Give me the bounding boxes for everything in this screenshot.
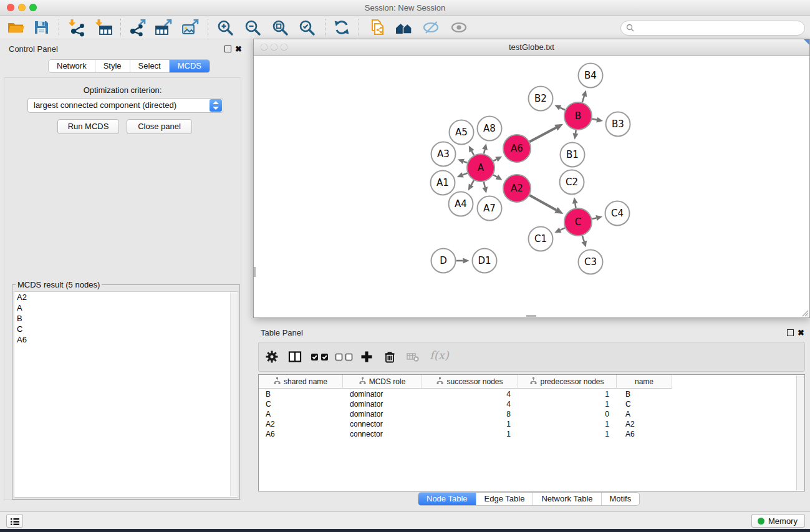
table-cell[interactable]: A: [259, 409, 343, 419]
tab-motifs[interactable]: Motifs: [601, 493, 640, 505]
open-session-icon[interactable]: [6, 18, 25, 37]
table-cell[interactable]: A: [617, 409, 672, 419]
column-header-predecessor-nodes[interactable]: predecessor nodes: [518, 375, 617, 389]
save-session-icon[interactable]: [32, 18, 51, 37]
column-header-shared-name[interactable]: shared name: [259, 375, 343, 389]
table-cell[interactable]: 1: [518, 419, 617, 429]
table-cell[interactable]: connector: [343, 419, 422, 429]
graph-node-C1[interactable]: C1: [529, 227, 553, 251]
mcds-result-item[interactable]: B: [14, 313, 238, 324]
graph-node-C[interactable]: C: [564, 208, 592, 236]
duplicate-network-icon[interactable]: [368, 18, 387, 37]
graph-node-A4[interactable]: A4: [449, 192, 473, 216]
graph-edge-D-D1[interactable]: [456, 258, 470, 264]
graph-edge-A-A8[interactable]: [482, 143, 488, 154]
delete-trash-icon[interactable]: [383, 350, 397, 366]
mcds-list-scrollbar[interactable]: [230, 293, 237, 496]
column-header-name[interactable]: name: [617, 375, 672, 389]
graph-edge-A-A1[interactable]: [457, 172, 468, 177]
table-cell[interactable]: dominator: [343, 409, 422, 419]
task-history-button[interactable]: [6, 514, 23, 528]
deselect-all-icon[interactable]: [334, 350, 354, 366]
graph-edge-A-A4[interactable]: [468, 180, 474, 190]
search-input[interactable]: [637, 22, 801, 34]
graph-node-A[interactable]: A: [467, 154, 494, 181]
graph-edge-C-C4[interactable]: [592, 215, 602, 221]
canvas-bottom-scroll-thumb[interactable]: [526, 315, 536, 317]
graph-node-A7[interactable]: A7: [478, 196, 502, 221]
table-cell[interactable]: A6: [617, 429, 672, 439]
network-window-titlebar[interactable]: testGlobe.txt: [254, 39, 809, 56]
graph-node-B2[interactable]: B2: [529, 87, 553, 111]
tab-style[interactable]: Style: [95, 60, 130, 72]
graph-node-A8[interactable]: A8: [478, 117, 502, 141]
export-table-icon[interactable]: [154, 18, 173, 37]
table-cell[interactable]: B: [617, 389, 672, 399]
table-cell[interactable]: A6: [259, 429, 343, 439]
table-cell[interactable]: dominator: [343, 399, 422, 409]
graph-edge-A-A5[interactable]: [469, 146, 475, 155]
delete-table-icon[interactable]: [406, 350, 420, 366]
home-overview-icon[interactable]: [395, 18, 413, 37]
table-cell[interactable]: 1: [518, 399, 617, 409]
export-image-icon[interactable]: [181, 18, 200, 37]
graph-edge-C-C3[interactable]: [581, 236, 587, 248]
table-cell[interactable]: 1: [422, 419, 518, 429]
tab-network-table[interactable]: Network Table: [533, 493, 600, 505]
zoom-out-icon[interactable]: [243, 18, 262, 37]
graph-node-B4[interactable]: B4: [579, 64, 603, 88]
zoom-in-icon[interactable]: [216, 18, 234, 37]
graph-edge-A-A6[interactable]: [493, 157, 502, 162]
graph-node-A6[interactable]: A6: [503, 135, 531, 162]
table-cell[interactable]: 4: [422, 399, 518, 409]
zoom-selected-icon[interactable]: [297, 18, 316, 37]
function-builder-icon[interactable]: f(x): [430, 349, 449, 362]
graph-node-C2[interactable]: C2: [560, 170, 584, 195]
table-scrollbar[interactable]: [796, 375, 804, 490]
table-cell[interactable]: 1: [518, 389, 617, 399]
table-cell[interactable]: 1: [422, 429, 518, 439]
mcds-result-item[interactable]: A6: [14, 334, 238, 345]
network-canvas[interactable]: A5A8A3A1A4A7AA6A2BB2B4B3B1C2CC4C1C3DD1: [254, 56, 809, 318]
table-cell[interactable]: C: [259, 399, 343, 409]
show-details-icon[interactable]: [450, 18, 468, 37]
tab-select[interactable]: Select: [130, 60, 169, 72]
graph-edge-A2-C[interactable]: [529, 195, 563, 214]
mcds-result-item[interactable]: A2: [14, 292, 238, 302]
table-cell[interactable]: C: [617, 399, 672, 409]
import-table-icon[interactable]: [94, 18, 113, 37]
tab-edge-table[interactable]: Edge Table: [476, 493, 533, 505]
graph-edge-B-B2[interactable]: [554, 105, 565, 110]
refresh-icon[interactable]: [332, 18, 351, 37]
table-cell[interactable]: dominator: [343, 389, 422, 399]
criterion-dropdown[interactable]: largest connected component (directed): [27, 98, 223, 113]
graph-edge-A-A7[interactable]: [482, 181, 488, 193]
graph-node-D1[interactable]: D1: [473, 249, 497, 273]
graph-edge-A-A2[interactable]: [493, 175, 503, 180]
column-header-successor-nodes[interactable]: successor nodes: [422, 375, 518, 389]
table-cell[interactable]: A2: [259, 419, 343, 429]
resize-grip-icon[interactable]: [801, 309, 809, 317]
graph-node-C3[interactable]: C3: [579, 250, 603, 274]
graph-edge-B-B4[interactable]: [582, 90, 587, 102]
table-cell[interactable]: B: [259, 389, 343, 399]
graph-node-B3[interactable]: B3: [606, 112, 630, 137]
run-mcds-button[interactable]: Run MCDS: [57, 119, 119, 134]
tab-node-table[interactable]: Node Table: [418, 493, 476, 505]
control-panel-float-button[interactable]: [224, 46, 231, 52]
table-cell[interactable]: 0: [518, 409, 617, 419]
add-column-plus-icon[interactable]: [360, 350, 374, 366]
graph-edge-A-A3[interactable]: [458, 159, 467, 164]
graph-node-A5[interactable]: A5: [450, 120, 474, 145]
table-cell[interactable]: A2: [617, 419, 672, 429]
tab-mcds[interactable]: MCDS: [169, 60, 210, 72]
graph-edge-C-C2[interactable]: [572, 197, 578, 208]
control-panel-close-icon[interactable]: ✖: [235, 45, 242, 53]
tab-network[interactable]: Network: [49, 60, 95, 72]
canvas-left-scroll-thumb[interactable]: [254, 267, 256, 277]
table-cell[interactable]: connector: [343, 429, 422, 439]
graph-node-B[interactable]: B: [564, 102, 592, 130]
table-cell[interactable]: 8: [422, 409, 518, 419]
graph-edge-C-C1[interactable]: [554, 228, 565, 233]
graph-node-A3[interactable]: A3: [432, 142, 456, 167]
